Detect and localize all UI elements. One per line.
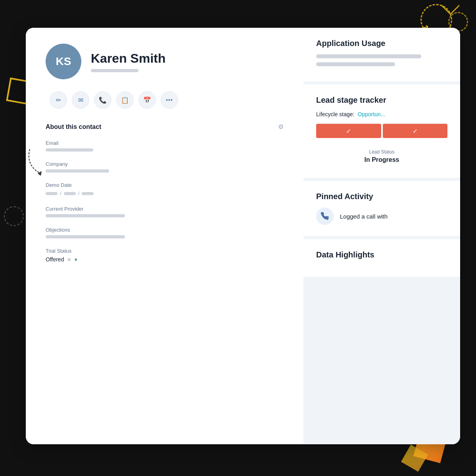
email-field-group: Email xyxy=(46,140,284,152)
left-panel: KS Karen Smith ✏ ✉ 📞 📋 📅 xyxy=(26,28,303,444)
task-icon: 📋 xyxy=(121,96,129,104)
data-highlights-section: Data Highlights xyxy=(303,239,460,277)
pinned-activity-section: Pinned Activity Logged a call with xyxy=(303,181,460,236)
profile-info: Karen Smith xyxy=(91,51,165,72)
calendar-icon: 📅 xyxy=(143,96,151,104)
app-usage-section: Application Usage xyxy=(303,28,460,81)
data-highlights-title: Data Highlights xyxy=(316,250,447,259)
lead-stage-section: Lead stage tracker Lifecycle stage: Oppo… xyxy=(303,84,460,178)
usage-bar-1 xyxy=(316,54,421,58)
lifecycle-label: Lifecycle stage: xyxy=(316,111,355,117)
deco-circle-left xyxy=(4,206,24,226)
stage-step-1[interactable]: ✓ xyxy=(316,124,381,138)
company-label: Company xyxy=(46,161,284,167)
activity-text: Logged a call with xyxy=(340,213,388,220)
demo-date-field-group: Demo Date / / xyxy=(46,182,284,196)
task-button[interactable]: 📋 xyxy=(116,91,134,109)
lead-status-section: Lead Status In Progress xyxy=(316,146,447,167)
lifecycle-value: Opportun... xyxy=(358,111,386,117)
current-provider-value-bar xyxy=(46,214,125,217)
demo-date-value: / / xyxy=(46,190,284,196)
current-provider-label: Current Provider xyxy=(46,206,284,212)
current-provider-field-group: Current Provider xyxy=(46,206,284,217)
edit-button[interactable]: ✏ xyxy=(50,91,67,109)
usage-bar-2 xyxy=(316,62,395,66)
avatar: KS xyxy=(46,44,81,79)
lifecycle-row: Lifecycle stage: Opportun... xyxy=(316,111,447,117)
pinned-activity-title: Pinned Activity xyxy=(316,192,447,201)
check-icon-2: ✓ xyxy=(413,127,418,135)
stage-step-2[interactable]: ✓ xyxy=(383,124,448,138)
trial-status-text: Offered xyxy=(46,256,64,263)
email-label: Email xyxy=(46,140,284,146)
action-buttons: ✏ ✉ 📞 📋 📅 ••• xyxy=(50,91,284,109)
contact-details-section: About this contact ⚙ Email Company xyxy=(46,123,284,263)
objections-value-bar xyxy=(46,235,125,238)
lead-stage-title: Lead stage tracker xyxy=(316,96,447,105)
phone-activity-icon xyxy=(321,212,329,220)
section-title: About this contact xyxy=(46,123,101,131)
email-icon: ✉ xyxy=(78,96,83,104)
more-icon: ••• xyxy=(166,97,173,103)
profile-section: KS Karen Smith xyxy=(46,44,284,79)
date-slash-1: / xyxy=(60,190,61,196)
edit-icon: ✏ xyxy=(56,96,61,104)
gear-icon[interactable]: ⚙ xyxy=(278,123,284,131)
demo-date-label: Demo Date xyxy=(46,182,284,188)
section-header: About this contact ⚙ xyxy=(46,123,284,131)
app-usage-title: Application Usage xyxy=(316,39,447,48)
trial-status-chevron-icon[interactable]: ▾ xyxy=(75,257,77,263)
trial-status-field-group: Trial Status Offered ✕ ▾ xyxy=(46,248,284,263)
calendar-button[interactable]: 📅 xyxy=(138,91,156,109)
stage-progress: ✓ ✓ xyxy=(316,124,447,138)
trial-status-clear-button[interactable]: ✕ xyxy=(67,257,71,263)
date-day xyxy=(46,192,58,195)
trial-status-label: Trial Status xyxy=(46,248,284,254)
lead-status-value: In Progress xyxy=(316,156,447,163)
activity-icon-circle xyxy=(316,207,334,225)
profile-subtitle-bar xyxy=(91,69,138,72)
avatar-initials: KS xyxy=(56,55,71,68)
main-card: KS Karen Smith ✏ ✉ 📞 📋 📅 xyxy=(26,28,460,444)
call-button[interactable]: 📞 xyxy=(94,91,111,109)
trial-status-value: Offered ✕ ▾ xyxy=(46,256,284,263)
contact-name: Karen Smith xyxy=(91,51,165,66)
phone-icon: 📞 xyxy=(99,96,107,104)
check-icon-1: ✓ xyxy=(346,127,351,135)
objections-label: Objections xyxy=(46,227,284,233)
date-year xyxy=(82,192,94,195)
lead-status-label: Lead Status xyxy=(316,149,447,155)
date-slash-2: / xyxy=(78,190,80,196)
more-button[interactable]: ••• xyxy=(161,91,178,109)
email-button[interactable]: ✉ xyxy=(72,91,89,109)
annotation-arrow xyxy=(26,141,61,181)
objections-field-group: Objections xyxy=(46,227,284,238)
pinned-activity-row: Logged a call with xyxy=(316,207,447,225)
right-panel: Application Usage Lead stage tracker Lif… xyxy=(303,28,460,444)
date-month xyxy=(64,192,76,195)
company-field-group: Company xyxy=(46,161,284,173)
